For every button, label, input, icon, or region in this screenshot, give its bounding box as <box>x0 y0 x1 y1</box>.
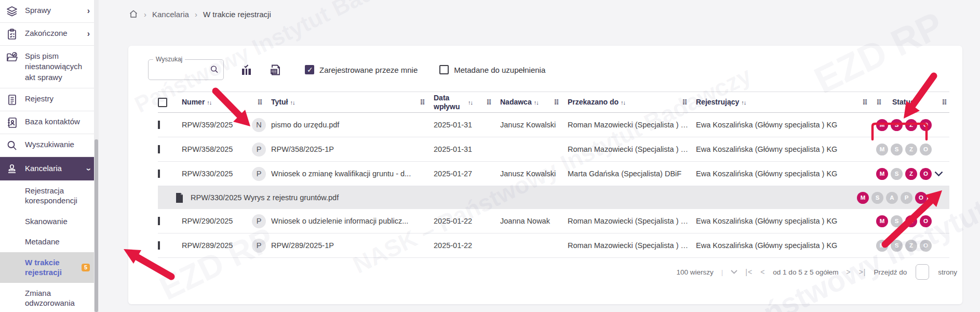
column-header-nadawca[interactable]: Nadawca↑↓ ⠿ <box>500 98 568 106</box>
doc-type-badge: P <box>252 167 266 181</box>
status-badge-o: O <box>915 192 927 204</box>
home-icon[interactable] <box>129 9 138 19</box>
column-header-tytul[interactable]: Tytuł↑↓ ⠿ <box>271 98 434 106</box>
attachment-name: RPW/330/2025 Wyrys z rejestru gruntów.pd… <box>191 193 339 202</box>
sidebar-item-label: Baza kontaktów <box>25 116 80 127</box>
file-icon <box>176 193 183 203</box>
drag-handle-icon[interactable]: ⠿ <box>682 99 688 106</box>
sidebar-subitem-rejestracja-korespondencji[interactable]: Rejestracja korespondencji <box>0 180 94 211</box>
drag-handle-icon[interactable]: ⠿ <box>876 99 882 106</box>
breadcrumb-current: W trakcie rejestracji <box>203 10 271 19</box>
sidebar-scrollbar-thumb[interactable] <box>95 139 98 312</box>
prev-page-button[interactable]: < <box>760 268 765 276</box>
contacts-icon <box>5 117 19 128</box>
filter-metadata-to-complete[interactable]: Metadane do uzupełnienia <box>439 65 545 74</box>
table-row[interactable]: RPW/359/2025N pismo do urzędu.pdf 2025-0… <box>158 113 949 137</box>
column-header-numer[interactable]: Numer↑↓ ⠿ <box>182 98 271 106</box>
status-badge-m: M <box>876 144 888 155</box>
export-table-icon[interactable] <box>269 63 283 77</box>
drag-handle-icon[interactable]: ⠿ <box>420 99 425 106</box>
row-status: M S Z O <box>876 168 949 180</box>
sort-icon[interactable]: ↑↓ <box>468 99 473 106</box>
sidebar-item-sprawy[interactable]: Sprawy › <box>0 0 94 23</box>
sort-icon[interactable]: ↑↓ <box>207 99 211 106</box>
status-badge-o: O <box>920 240 932 252</box>
row-forwarded-to: Roman Mazowiecki (Specjalista ) DBiF <box>568 145 696 153</box>
status-badge-s: S <box>891 144 903 155</box>
layers-icon <box>5 6 19 17</box>
column-header-rejestrujacy[interactable]: Rejestrujący↑↓ ⠿ <box>696 98 876 106</box>
row-title: pismo do urzędu.pdf <box>271 121 434 129</box>
status-badge-z: Z <box>905 119 917 131</box>
row-registrar: Ewa Koszalińska (Główny specjalista ) KG <box>696 170 876 178</box>
register-selected-icon[interactable] <box>239 63 253 77</box>
sidebar-scrollbar <box>94 0 99 312</box>
sidebar-item-kancelaria[interactable]: Kancelaria › <box>0 157 94 180</box>
chevron-right-icon: › <box>87 7 90 15</box>
page-size-dropdown-icon[interactable] <box>731 270 737 274</box>
row-expander-chevron-icon[interactable] <box>934 171 943 177</box>
doc-type-badge: P <box>252 142 266 157</box>
first-page-button[interactable]: |< <box>745 268 753 276</box>
drag-handle-icon[interactable]: ⠿ <box>554 99 559 106</box>
row-date: 2025-01-22 <box>434 217 500 225</box>
column-header-przekazano-do[interactable]: Przekazano do↑↓ ⠿ <box>568 98 696 106</box>
sort-icon[interactable]: ↑↓ <box>534 99 539 106</box>
sort-icon[interactable]: ↑↓ <box>741 99 746 106</box>
goto-page-suffix: strony <box>938 268 957 276</box>
row-checkbox[interactable] <box>158 170 160 178</box>
sort-icon[interactable]: ↑↓ <box>290 99 294 106</box>
sidebar-item-rejestry[interactable]: Rejestry <box>0 88 94 111</box>
row-status: M S Z O <box>876 240 949 252</box>
sidebar-subitem-metadane[interactable]: Metadane <box>0 231 94 252</box>
select-all-checkbox[interactable] <box>158 98 167 107</box>
table-row[interactable]: RPW/358/2025P RPW/358/2025-1P 2025-01-31… <box>158 137 949 162</box>
checkbox-unchecked-icon[interactable] <box>439 65 449 74</box>
last-page-button[interactable]: >| <box>859 268 866 276</box>
search-icon <box>5 140 19 151</box>
search-icon[interactable] <box>210 65 219 74</box>
table-row[interactable]: RPW/290/2025P Wniosek o udzielenie infor… <box>158 209 949 233</box>
attachment-row[interactable]: RPW/330/2025 Wyrys z rejestru gruntów.pd… <box>158 186 949 209</box>
drag-handle-icon[interactable]: ⠿ <box>862 99 868 106</box>
row-sender: Janusz Kowalski <box>500 121 568 129</box>
sidebar-item-baza-kontaktow[interactable]: Baza kontaktów <box>0 111 94 134</box>
drag-handle-icon[interactable]: ⠿ <box>942 99 947 106</box>
sidebar-item-spis-pism[interactable]: Spis pism niestanowiących akt sprawy <box>0 46 94 88</box>
next-page-button[interactable]: > <box>846 268 851 276</box>
goto-page-input[interactable] <box>916 264 929 280</box>
breadcrumb-kancelaria[interactable]: Kancelaria <box>152 10 189 19</box>
row-date: 2025-01-31 <box>434 145 500 153</box>
drag-handle-icon[interactable]: ⠿ <box>486 99 492 106</box>
sort-icon[interactable]: ↑↓ <box>621 99 625 106</box>
column-header-data-wplywu[interactable]: Data wpływu↑↓ ⠿ <box>434 94 500 110</box>
row-checkbox[interactable] <box>158 217 160 225</box>
sidebar-item-wyszukiwanie[interactable]: Wyszukiwanie <box>0 134 94 157</box>
row-checkbox[interactable] <box>158 241 160 250</box>
row-forwarded-to: Roman Mazowiecki (Specjalista ) DBiF <box>568 121 696 129</box>
status-badge-s: S <box>891 215 903 227</box>
main-area: › Kancelaria › W trakcie rejestracji Wys… <box>99 0 980 312</box>
breadcrumb-separator: › <box>144 10 146 19</box>
column-header-status[interactable]: ⠿ Status ⠿ <box>876 98 949 106</box>
sidebar-subitem-zmiana-odwzorowania[interactable]: Zmiana odwzorowania <box>0 283 94 312</box>
status-badge-a: A <box>886 192 898 204</box>
table-row[interactable]: RPW/330/2025P Wniosek o zmianę kwalifika… <box>158 162 949 186</box>
row-checkbox[interactable] <box>158 121 160 129</box>
row-title: RPW/289/2025-1P <box>271 241 434 250</box>
checkbox-checked-icon[interactable] <box>305 65 314 74</box>
row-status: M S Z O <box>876 119 949 131</box>
filter-registered-by-me[interactable]: Zarejestrowane przeze mnie <box>305 65 418 74</box>
table-row[interactable]: RPW/289/2025P RPW/289/2025-1P 2025-01-22… <box>158 233 949 258</box>
row-checkbox[interactable] <box>158 145 160 153</box>
row-registrar: Ewa Koszalińska (Główny specjalista ) KG <box>696 217 876 225</box>
drag-handle-icon[interactable]: ⠿ <box>257 99 263 106</box>
status-badge-m: M <box>876 119 888 131</box>
sidebar-subitem-w-trakcie-rejestracji[interactable]: W trakcie rejestracji 5 <box>0 252 94 283</box>
status-badge-o: O <box>920 215 932 227</box>
sidebar-item-label: Sprawy <box>25 5 51 16</box>
sidebar-subitem-skanowanie[interactable]: Skanowanie <box>0 211 94 232</box>
clipboard-icon <box>5 29 19 40</box>
status-badge-o: O <box>920 144 932 155</box>
sidebar-item-zakonczone[interactable]: Zakończone › <box>0 23 94 46</box>
